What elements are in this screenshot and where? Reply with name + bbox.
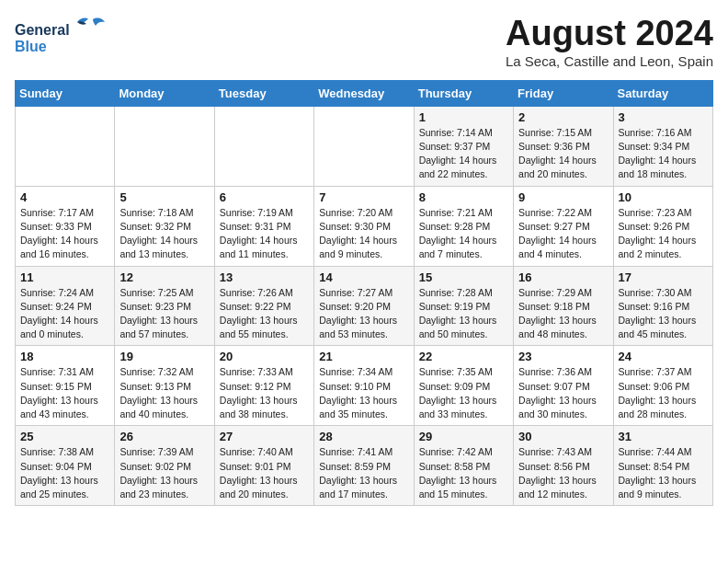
calendar-cell: 28Sunrise: 7:41 AM Sunset: 8:59 PM Dayli… (314, 426, 414, 506)
day-number: 27 (220, 430, 309, 443)
calendar-cell: 18Sunrise: 7:31 AM Sunset: 9:15 PM Dayli… (16, 346, 115, 426)
calendar-cell: 14Sunrise: 7:27 AM Sunset: 9:20 PM Dayli… (314, 266, 414, 346)
calendar-cell: 15Sunrise: 7:28 AM Sunset: 9:19 PM Dayli… (414, 266, 513, 346)
day-info: Sunrise: 7:16 AM Sunset: 9:34 PM Dayligh… (619, 126, 708, 182)
day-info: Sunrise: 7:18 AM Sunset: 9:32 PM Dayligh… (119, 206, 209, 262)
day-info: Sunrise: 7:30 AM Sunset: 9:16 PM Dayligh… (619, 286, 708, 342)
day-number: 4 (20, 190, 109, 204)
svg-text:General: General (15, 22, 70, 38)
day-number: 12 (119, 270, 209, 284)
day-info: Sunrise: 7:24 AM Sunset: 9:24 PM Dayligh… (20, 286, 109, 342)
calendar-cell: 3Sunrise: 7:16 AM Sunset: 9:34 PM Daylig… (613, 106, 712, 186)
day-number: 30 (518, 430, 608, 443)
day-info: Sunrise: 7:32 AM Sunset: 9:13 PM Dayligh… (119, 365, 209, 421)
day-info: Sunrise: 7:31 AM Sunset: 9:15 PM Dayligh… (20, 365, 109, 421)
calendar-cell: 10Sunrise: 7:23 AM Sunset: 9:26 PM Dayli… (613, 186, 712, 266)
calendar-cell (314, 106, 414, 186)
calendar-cell (16, 106, 115, 186)
day-info: Sunrise: 7:42 AM Sunset: 8:58 PM Dayligh… (419, 445, 508, 501)
day-number: 29 (419, 430, 508, 443)
day-number: 7 (319, 190, 408, 204)
weekday-header-tuesday: Tuesday (214, 80, 313, 106)
day-number: 23 (518, 350, 608, 363)
calendar-cell: 30Sunrise: 7:43 AM Sunset: 8:56 PM Dayli… (514, 426, 613, 506)
weekday-header-monday: Monday (115, 80, 214, 106)
day-number: 25 (20, 430, 109, 443)
weekday-header-friday: Friday (514, 80, 613, 106)
day-number: 21 (319, 350, 408, 363)
calendar-cell: 22Sunrise: 7:35 AM Sunset: 9:09 PM Dayli… (414, 346, 513, 426)
day-number: 3 (619, 110, 708, 124)
day-info: Sunrise: 7:29 AM Sunset: 9:18 PM Dayligh… (518, 286, 608, 342)
weekday-header-wednesday: Wednesday (314, 80, 414, 106)
day-number: 18 (20, 350, 109, 363)
day-number: 2 (518, 110, 608, 124)
calendar-cell (115, 106, 214, 186)
calendar-cell: 24Sunrise: 7:37 AM Sunset: 9:06 PM Dayli… (613, 346, 712, 426)
day-info: Sunrise: 7:39 AM Sunset: 9:02 PM Dayligh… (119, 445, 209, 501)
day-info: Sunrise: 7:43 AM Sunset: 8:56 PM Dayligh… (518, 445, 608, 501)
day-info: Sunrise: 7:25 AM Sunset: 9:23 PM Dayligh… (119, 286, 209, 342)
weekday-header-saturday: Saturday (613, 80, 712, 106)
calendar-cell: 9Sunrise: 7:22 AM Sunset: 9:27 PM Daylig… (514, 186, 613, 266)
calendar-cell: 25Sunrise: 7:38 AM Sunset: 9:04 PM Dayli… (16, 426, 115, 506)
day-number: 31 (619, 430, 708, 443)
day-info: Sunrise: 7:34 AM Sunset: 9:10 PM Dayligh… (319, 365, 408, 421)
logo-text: General Blue (15, 15, 116, 59)
calendar-cell: 27Sunrise: 7:40 AM Sunset: 9:01 PM Dayli… (214, 426, 313, 506)
location-subtitle: La Seca, Castille and Leon, Spain (506, 53, 713, 69)
month-title: August 2024 (506, 15, 713, 53)
day-number: 19 (119, 350, 209, 363)
calendar-cell: 5Sunrise: 7:18 AM Sunset: 9:32 PM Daylig… (115, 186, 214, 266)
day-number: 14 (319, 270, 408, 284)
calendar-cell: 17Sunrise: 7:30 AM Sunset: 9:16 PM Dayli… (613, 266, 712, 346)
day-info: Sunrise: 7:28 AM Sunset: 9:19 PM Dayligh… (419, 286, 508, 342)
calendar-cell: 31Sunrise: 7:44 AM Sunset: 8:54 PM Dayli… (613, 426, 712, 506)
svg-text:Blue: Blue (15, 39, 47, 54)
calendar-cell: 16Sunrise: 7:29 AM Sunset: 9:18 PM Dayli… (514, 266, 613, 346)
calendar-cell: 20Sunrise: 7:33 AM Sunset: 9:12 PM Dayli… (214, 346, 313, 426)
day-info: Sunrise: 7:23 AM Sunset: 9:26 PM Dayligh… (619, 206, 708, 262)
calendar-cell: 19Sunrise: 7:32 AM Sunset: 9:13 PM Dayli… (115, 346, 214, 426)
day-number: 15 (419, 270, 508, 284)
day-info: Sunrise: 7:27 AM Sunset: 9:20 PM Dayligh… (319, 286, 408, 342)
day-number: 17 (619, 270, 708, 284)
day-info: Sunrise: 7:22 AM Sunset: 9:27 PM Dayligh… (518, 206, 608, 262)
day-info: Sunrise: 7:21 AM Sunset: 9:28 PM Dayligh… (419, 206, 508, 262)
day-info: Sunrise: 7:14 AM Sunset: 9:37 PM Dayligh… (419, 126, 508, 182)
calendar-cell: 6Sunrise: 7:19 AM Sunset: 9:31 PM Daylig… (214, 186, 313, 266)
day-number: 22 (419, 350, 508, 363)
day-info: Sunrise: 7:15 AM Sunset: 9:36 PM Dayligh… (518, 126, 608, 182)
day-number: 13 (220, 270, 309, 284)
calendar-cell: 11Sunrise: 7:24 AM Sunset: 9:24 PM Dayli… (16, 266, 115, 346)
title-area: August 2024 La Seca, Castille and Leon, … (506, 15, 713, 69)
day-number: 24 (619, 350, 708, 363)
calendar-cell: 29Sunrise: 7:42 AM Sunset: 8:58 PM Dayli… (414, 426, 513, 506)
day-info: Sunrise: 7:38 AM Sunset: 9:04 PM Dayligh… (20, 445, 109, 501)
calendar-table: SundayMondayTuesdayWednesdayThursdayFrid… (15, 80, 713, 506)
day-info: Sunrise: 7:20 AM Sunset: 9:30 PM Dayligh… (319, 206, 408, 262)
logo: General Blue (15, 15, 116, 59)
calendar-cell: 1Sunrise: 7:14 AM Sunset: 9:37 PM Daylig… (414, 106, 513, 186)
calendar-cell: 21Sunrise: 7:34 AM Sunset: 9:10 PM Dayli… (314, 346, 414, 426)
day-number: 28 (319, 430, 408, 443)
day-info: Sunrise: 7:40 AM Sunset: 9:01 PM Dayligh… (220, 445, 309, 501)
day-number: 5 (119, 190, 209, 204)
day-info: Sunrise: 7:19 AM Sunset: 9:31 PM Dayligh… (220, 206, 309, 262)
calendar-cell: 26Sunrise: 7:39 AM Sunset: 9:02 PM Dayli… (115, 426, 214, 506)
weekday-header-thursday: Thursday (414, 80, 513, 106)
day-info: Sunrise: 7:33 AM Sunset: 9:12 PM Dayligh… (220, 365, 309, 421)
day-number: 20 (220, 350, 309, 363)
calendar-cell: 2Sunrise: 7:15 AM Sunset: 9:36 PM Daylig… (514, 106, 613, 186)
day-number: 16 (518, 270, 608, 284)
day-number: 6 (220, 190, 309, 204)
weekday-header-sunday: Sunday (16, 80, 115, 106)
day-number: 11 (20, 270, 109, 284)
day-info: Sunrise: 7:41 AM Sunset: 8:59 PM Dayligh… (319, 445, 408, 501)
day-info: Sunrise: 7:37 AM Sunset: 9:06 PM Dayligh… (619, 365, 708, 421)
day-info: Sunrise: 7:17 AM Sunset: 9:33 PM Dayligh… (20, 206, 109, 262)
day-number: 1 (419, 110, 508, 124)
day-number: 9 (518, 190, 608, 204)
calendar-cell (214, 106, 313, 186)
calendar-cell: 13Sunrise: 7:26 AM Sunset: 9:22 PM Dayli… (214, 266, 313, 346)
